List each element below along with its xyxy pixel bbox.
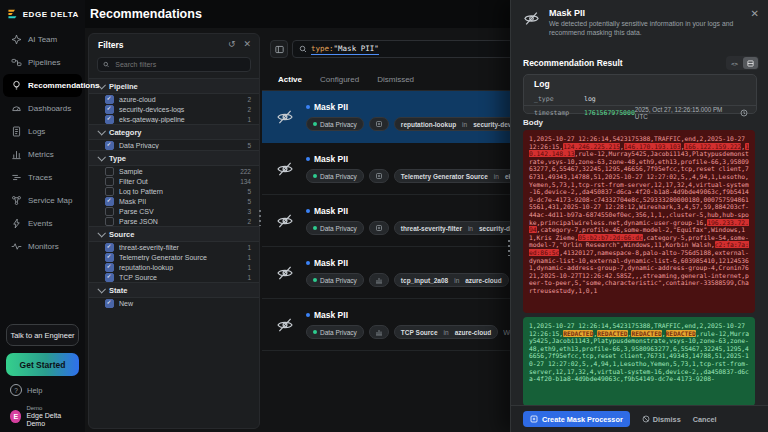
filter-item-tcp-source[interactable]: TCP Source1 bbox=[89, 272, 259, 282]
sidebar-item-ai-team[interactable]: AI Team bbox=[3, 28, 82, 51]
checkbox-checked[interactable] bbox=[105, 243, 114, 252]
sidebar-item-recommendations[interactable]: Recommendations bbox=[3, 74, 82, 97]
source-chip[interactable]: tcp_input_2a08inazure-cloud bbox=[394, 273, 509, 287]
unread-dot bbox=[306, 105, 310, 109]
filter-item-azure-cloud[interactable]: azure-cloud2 bbox=[89, 94, 259, 104]
sidebar-item-service-map[interactable]: Service Map bbox=[3, 189, 82, 212]
checkbox[interactable] bbox=[105, 177, 114, 186]
filter-item-log-to-pattern[interactable]: Log to Pattern5 bbox=[89, 186, 259, 196]
checkbox-checked[interactable] bbox=[105, 253, 114, 262]
help-button[interactable]: ? Help bbox=[10, 384, 75, 396]
category-chip[interactable]: Data Privacy bbox=[306, 325, 364, 339]
sidebar-item-traces[interactable]: Traces bbox=[3, 166, 82, 189]
collapse-panel-button[interactable] bbox=[270, 40, 288, 58]
sidebar-item-metrics[interactable]: Metrics bbox=[3, 143, 82, 166]
checkbox-checked[interactable] bbox=[105, 95, 114, 104]
events-icon bbox=[11, 218, 22, 229]
processor-chip[interactable] bbox=[369, 117, 389, 131]
create-mask-processor-button[interactable]: Create Mask Processor bbox=[523, 411, 630, 427]
recommendations-icon bbox=[11, 80, 22, 91]
checkbox[interactable] bbox=[105, 187, 114, 196]
checkbox-checked[interactable] bbox=[105, 299, 114, 308]
filter-item-security-devices-logs[interactable]: security-devices-logs2 bbox=[89, 104, 259, 114]
checkbox-checked[interactable] bbox=[105, 263, 114, 272]
page-title: Recommendations bbox=[90, 7, 202, 21]
sidebar-item-label: Service Map bbox=[28, 196, 72, 205]
filter-item-telemetry-generator-source[interactable]: Telemetry Generator Source1 bbox=[89, 252, 259, 262]
filter-section-source[interactable]: Source bbox=[89, 226, 259, 242]
processor-chip[interactable] bbox=[369, 169, 389, 183]
filters-title: Filters bbox=[98, 40, 220, 50]
checkbox[interactable] bbox=[105, 167, 114, 176]
raw-view-toggle[interactable]: <> bbox=[727, 57, 742, 69]
source-type-chip[interactable] bbox=[369, 325, 389, 339]
filter-item-parse-csv[interactable]: Parse CSV3 bbox=[89, 206, 259, 216]
filter-section-type[interactable]: Type bbox=[89, 150, 259, 166]
checkbox[interactable] bbox=[105, 207, 114, 216]
edgedelta-logo[interactable]: EDGE DELTA bbox=[0, 0, 85, 26]
log-timestamp-row: timestamp 1761567975000 2025, Oct 27, 12… bbox=[524, 105, 756, 120]
chart-icon bbox=[375, 276, 383, 284]
log-title: Log bbox=[524, 75, 756, 92]
log-body-original[interactable]: 1,2025-10-27 12:26:14,5423175388,TRAFFIC… bbox=[523, 130, 755, 313]
unread-dot bbox=[306, 157, 310, 161]
log-body-masked[interactable]: 1,2025-10-27 12:26:14,5423175388,TRAFFIC… bbox=[523, 317, 755, 406]
unread-dot bbox=[306, 209, 310, 213]
detail-resize-handle[interactable] bbox=[508, 240, 510, 256]
checkbox-checked[interactable] bbox=[105, 273, 114, 282]
sidebar-item-events[interactable]: Events bbox=[3, 212, 82, 235]
talk-to-engineer-button[interactable]: Talk to an Engineer bbox=[6, 324, 79, 346]
sidebar-item-dashboards[interactable]: Dashboards bbox=[3, 97, 82, 120]
category-chip[interactable]: Data Privacy bbox=[306, 169, 364, 183]
sidebar-item-pipelines[interactable]: Pipelines bbox=[3, 51, 82, 74]
filter-item-data-privacy[interactable]: Data Privacy5 bbox=[89, 140, 259, 150]
close-filters-icon[interactable]: ✕ bbox=[243, 40, 251, 49]
filter-item-reputation-lookup[interactable]: reputation-lookup1 bbox=[89, 262, 259, 272]
tab-dismissed[interactable]: Dismissed bbox=[377, 72, 414, 93]
edgedelta-logo-icon bbox=[7, 8, 19, 20]
reset-filters-icon[interactable]: ↺ bbox=[228, 40, 236, 49]
table-view-icon bbox=[747, 60, 754, 67]
user-menu[interactable]: E Demo Edge Delta Demo bbox=[10, 405, 75, 428]
dismiss-icon bbox=[642, 415, 650, 423]
filter-section-category[interactable]: Category bbox=[89, 124, 259, 140]
processor-chip[interactable] bbox=[369, 221, 389, 235]
category-chip[interactable]: Data Privacy bbox=[306, 273, 364, 287]
dismiss-button[interactable]: Dismiss bbox=[642, 415, 681, 424]
filters-search-input[interactable] bbox=[113, 60, 245, 69]
get-started-button[interactable]: Get Started bbox=[6, 353, 79, 376]
tab-configured[interactable]: Configured bbox=[320, 72, 359, 93]
category-dot bbox=[313, 330, 317, 334]
filter-item-mask-pii[interactable]: Mask PII5 bbox=[89, 196, 259, 206]
filters-search[interactable] bbox=[97, 57, 251, 72]
filter-item-filter-out[interactable]: Filter Out134 bbox=[89, 176, 259, 186]
sidebar-item-label: Dashboards bbox=[28, 104, 71, 113]
formatted-view-toggle[interactable] bbox=[743, 57, 758, 69]
checkbox[interactable] bbox=[105, 217, 114, 226]
search-query[interactable]: type:"Mask PII" bbox=[311, 44, 379, 55]
processor-icon bbox=[375, 224, 383, 232]
filter-item-parse-json[interactable]: Parse JSON2 bbox=[89, 216, 259, 226]
checkbox-checked[interactable] bbox=[105, 115, 114, 124]
filter-item-new[interactable]: New bbox=[89, 298, 259, 308]
filter-item-eks-gateway-pipeline[interactable]: eks-gateway-pipeline1 bbox=[89, 114, 259, 124]
checkbox-checked[interactable] bbox=[105, 141, 114, 150]
cancel-button[interactable]: Cancel bbox=[693, 415, 717, 424]
source-chip[interactable]: TCP Sourceinazure-cloud bbox=[394, 325, 498, 339]
checkbox-checked[interactable] bbox=[105, 197, 114, 206]
tab-active[interactable]: Active bbox=[278, 72, 302, 93]
log-card: Log _type log timestamp 1761567975000 20… bbox=[523, 74, 757, 114]
source-type-chip[interactable] bbox=[369, 273, 389, 287]
category-chip[interactable]: Data Privacy bbox=[306, 221, 364, 235]
filter-item-threat-severity-filter[interactable]: threat-severity-filter1 bbox=[89, 242, 259, 252]
checkbox-checked[interactable] bbox=[105, 105, 114, 114]
filter-section-state[interactable]: State bbox=[89, 282, 259, 298]
sidebar-item-logs[interactable]: Logs bbox=[3, 120, 82, 143]
sidebar-item-monitors[interactable]: Monitors bbox=[3, 235, 82, 258]
close-icon[interactable]: ✕ bbox=[751, 8, 759, 19]
category-chip[interactable]: Data Privacy bbox=[306, 117, 364, 131]
filters-resize-handle[interactable] bbox=[259, 210, 261, 226]
filter-item-sample[interactable]: Sample222 bbox=[89, 166, 259, 176]
panel-icon bbox=[275, 45, 284, 54]
filter-section-pipeline[interactable]: Pipeline bbox=[89, 78, 259, 94]
